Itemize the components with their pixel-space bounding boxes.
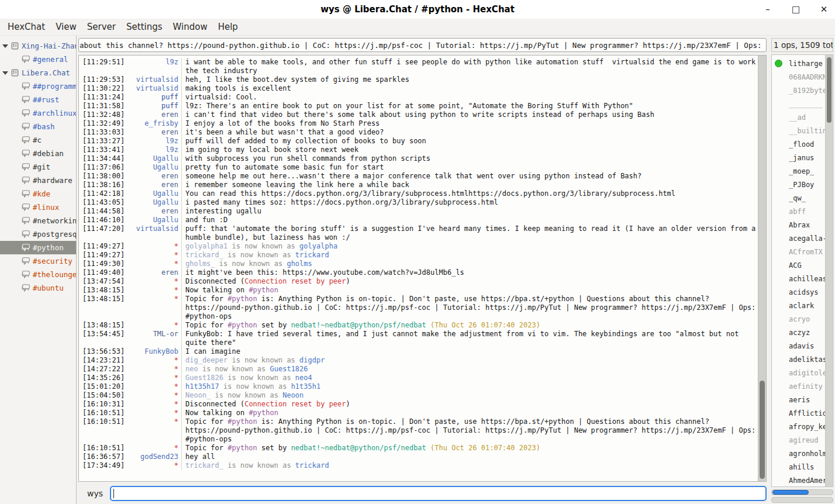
message-input[interactable]: [110, 486, 767, 501]
user-item[interactable]: _PJBoy: [772, 178, 833, 191]
tree-item-bash[interactable]: #bash: [0, 120, 76, 133]
chat-timestamp: [13:48:15]: [82, 295, 128, 321]
chat-line: [15:04:50]*Neoon_ is now known as Neoon: [82, 391, 758, 400]
tree-item-debian[interactable]: #debian: [0, 147, 76, 160]
user-item[interactable]: _8192byte: [772, 84, 833, 97]
chat-line: [13:56:53]FunkyBobI can imagine: [82, 347, 758, 356]
tree-item-postgresql[interactable]: #postgresql: [0, 227, 76, 241]
user-item[interactable]: _qw_: [772, 191, 833, 205]
user-item[interactable]: achilleas: [772, 272, 833, 285]
user-item[interactable]: adigitole: [772, 366, 833, 379]
user-item[interactable]: agronholm: [772, 447, 833, 460]
chat-scrollbar[interactable]: [758, 56, 766, 481]
chat-nick: *: [128, 295, 181, 321]
user-item[interactable]: afropy_ke: [772, 420, 833, 433]
tree-item-git[interactable]: #git: [0, 160, 76, 174]
chat-line: [11:33:41]l9zim going to my local book s…: [82, 146, 758, 154]
tree-item-label: #general: [33, 55, 68, 64]
chat-nick: puff: [128, 102, 181, 111]
user-name: afropy_ke: [789, 423, 827, 431]
channel-icon: [21, 230, 30, 238]
menu-help[interactable]: Help: [213, 20, 243, 34]
expander-icon[interactable]: [2, 71, 8, 75]
user-item[interactable]: adavis: [772, 339, 833, 353]
tree-item-python[interactable]: #python: [0, 241, 76, 254]
tree-item-security[interactable]: #security: [0, 254, 76, 268]
chat-nick: l9z: [128, 137, 181, 146]
message-part: interesting ugallu: [185, 207, 261, 215]
tree-item-archlinux[interactable]: #archlinux: [0, 106, 76, 120]
chat-message: Neoon_ is now known as Neoon: [181, 391, 758, 400]
close-button[interactable]: ✕: [819, 5, 829, 14]
user-item[interactable]: AhmedAmer: [772, 474, 833, 487]
minimize-button[interactable]: –: [762, 5, 773, 14]
tree-item-linux[interactable]: #linux: [0, 201, 76, 214]
chat-line: [11:30:22]virtualsidmaking tools is exce…: [82, 84, 758, 93]
channel-icon: [21, 217, 30, 225]
menu-settings[interactable]: Settings: [121, 20, 168, 34]
tree-item-programming[interactable]: ##programming: [0, 80, 76, 93]
tree-item-libera.chat[interactable]: Libera.Chat: [0, 66, 76, 80]
user-item[interactable]: litharge: [772, 57, 833, 70]
message-part: is: Anything Python is on-topic. | Don't…: [185, 295, 758, 320]
userlist-bottom-bars: [771, 489, 833, 503]
chat-nick: virtualsid: [128, 84, 181, 93]
menu-server[interactable]: Server: [82, 20, 121, 34]
tree-item-networking[interactable]: #networking: [0, 214, 76, 227]
user-item[interactable]: acryo: [772, 312, 833, 326]
chat-message: I enjoy a lot of the books from No Starh…: [181, 119, 758, 128]
chat-message: making tools is excellent: [181, 84, 758, 93]
expander-icon[interactable]: [2, 44, 8, 48]
user-item[interactable]: aclark: [772, 299, 833, 312]
chat-line: [17:34:49]*trickard_ is now known as tri…: [82, 461, 758, 470]
message-part: neo4: [295, 374, 312, 382]
userlist-scrollbar[interactable]: [825, 55, 833, 486]
message-part: #python: [227, 417, 257, 426]
tree-item-label: #archlinux: [33, 109, 76, 118]
user-item[interactable]: ahills: [772, 460, 833, 474]
user-item[interactable]: ACfromTX: [772, 245, 833, 258]
user-item[interactable]: 068AADRKN: [772, 70, 833, 84]
user-item[interactable]: __ad: [772, 111, 833, 124]
userlist-scrollbar-thumb[interactable]: [827, 57, 831, 123]
user-item[interactable]: Abrax: [772, 218, 833, 232]
nick-label: wys: [78, 489, 110, 498]
user-item[interactable]: adeliktas: [772, 353, 833, 366]
tree-item-ubuntu[interactable]: #ubuntu: [0, 281, 76, 295]
chat-nick: *: [128, 260, 181, 268]
tree-item-rust[interactable]: ##rust: [0, 93, 76, 106]
user-item[interactable]: ________: [772, 97, 833, 111]
tree-item-kde[interactable]: #kde: [0, 187, 76, 201]
userlist-hscrollbar[interactable]: [771, 489, 833, 495]
user-item[interactable]: aeris: [772, 393, 833, 406]
menu-window[interactable]: Window: [168, 20, 213, 34]
tree-item-thelounge[interactable]: #thelounge: [0, 268, 76, 281]
chat-timestamp: [11:38:00]: [82, 172, 128, 181]
user-item[interactable]: _moep_: [772, 164, 833, 178]
user-item[interactable]: __builtin: [772, 124, 833, 137]
userlist-hscrollbar-thumb[interactable]: [772, 490, 809, 495]
user-item[interactable]: _flood: [772, 137, 833, 151]
user-item[interactable]: aefinity: [772, 379, 833, 393]
user-item[interactable]: acidsys: [772, 285, 833, 299]
tree-item-xing-hai-zhan[interactable]: Xing-Hai-Zhan: [0, 39, 76, 53]
user-item[interactable]: ACG: [772, 258, 833, 272]
user-item[interactable]: aczyz: [772, 326, 833, 339]
topic-bar[interactable]: about this channel? https://pound-python…: [78, 38, 767, 52]
message-part: nedbat!~nedbat@python/psf/nedbat: [291, 444, 426, 452]
tree-item-general[interactable]: #general: [0, 53, 76, 66]
menu-hexchat[interactable]: HexChat: [2, 20, 50, 34]
tree-item-hardware[interactable]: #hardware: [0, 174, 76, 187]
message-part: is now known as: [211, 391, 282, 399]
chat-scrollbar-thumb[interactable]: [760, 381, 765, 479]
user-item[interactable]: acegalla-: [772, 232, 833, 245]
chat-message: pretty fun to automate some basic fun fo…: [181, 163, 758, 172]
user-item[interactable]: abff: [772, 205, 833, 218]
menu-view[interactable]: View: [50, 20, 82, 34]
user-item[interactable]: _janus: [772, 151, 833, 164]
maximize-button[interactable]: □: [791, 5, 801, 14]
tree-item-c[interactable]: #c: [0, 133, 76, 147]
user-item[interactable]: Afflictio: [772, 406, 833, 420]
user-item[interactable]: agireud: [772, 433, 833, 447]
message-part: is now known as: [223, 251, 295, 259]
